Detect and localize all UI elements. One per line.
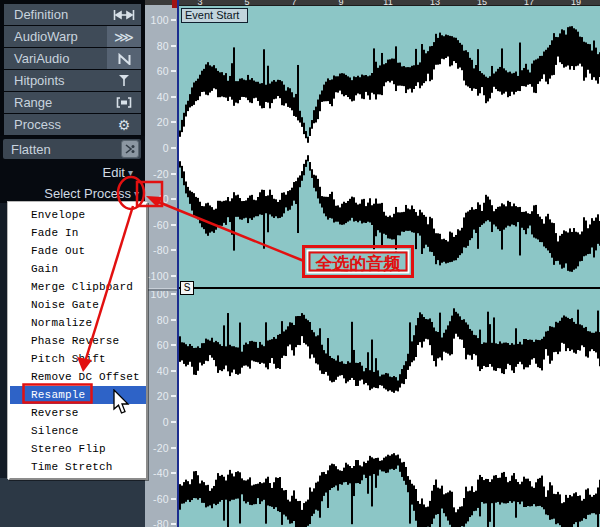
scale-tick-channel2: -40	[145, 467, 177, 479]
flatten-label: Flatten	[3, 142, 121, 157]
menu-item-fade-in[interactable]: Fade In	[10, 224, 146, 242]
scale-tick-channel2: 40	[145, 365, 177, 377]
amplitude-scale[interactable]: 100806040200-20-40-60-80-100100806040200…	[145, 5, 177, 527]
sidebar-lower-panel	[0, 478, 145, 527]
snap-point-marker[interactable]: S	[180, 281, 194, 295]
sidebar-item-audiowarp[interactable]: AudioWarp⋙	[4, 26, 141, 47]
scale-tick-channel1: 100	[145, 14, 177, 26]
ruler-label: 9	[338, 0, 343, 7]
sidebar-item-label: Range	[4, 95, 107, 110]
process-gear-icon[interactable]: ⚙	[107, 114, 141, 135]
sidebar-item-label: VariAudio	[4, 51, 107, 66]
scale-channel-divider	[145, 288, 177, 291]
scale-tick-channel2: -20	[145, 442, 177, 454]
ruler-label: 3	[197, 0, 202, 7]
scale-tick-channel2: 20	[145, 390, 177, 402]
edit-dropdown-label: Edit	[103, 165, 125, 180]
audiowarp-icon[interactable]: ⋙	[107, 26, 141, 47]
scale-tick-channel2: 0	[145, 416, 177, 428]
menu-item-time-stretch[interactable]: Time Stretch	[10, 458, 146, 476]
sidebar-item-label: Definition	[4, 7, 107, 22]
ruler-label: 15	[477, 0, 487, 7]
flatten-icon[interactable]	[121, 140, 139, 158]
menu-item-envelope[interactable]: Envelope	[10, 206, 146, 224]
process-tab-panel: Flatten Edit ▾ Select Process ▾	[0, 136, 145, 203]
ruler-label: 7	[291, 0, 296, 7]
sidebar-item-label: Hitpoints	[4, 73, 107, 88]
scale-tick-channel1: 0	[145, 142, 177, 154]
menu-item-noise-gate[interactable]: Noise Gate	[10, 296, 146, 314]
sample-editor-window: 35791113151719 Event Start S 10080604020…	[0, 0, 600, 527]
menu-item-phase-reverse[interactable]: Phase Reverse	[10, 332, 146, 350]
scale-tick-channel1: -40	[145, 193, 177, 205]
ruler-label: 19	[571, 0, 581, 7]
menu-item-gain[interactable]: Gain	[10, 260, 146, 278]
scale-tick-channel2: -80	[145, 518, 177, 527]
waveform-canvas: 35791113151719	[179, 0, 600, 527]
process-context-menu: EnvelopeFade InFade OutGainMerge Clipboa…	[8, 202, 148, 480]
menu-item-fade-out[interactable]: Fade Out	[10, 242, 146, 260]
menu-item-silence[interactable]: Silence	[10, 422, 146, 440]
definition-icon[interactable]	[107, 4, 141, 25]
hitpoints-icon[interactable]	[107, 70, 141, 91]
flatten-button[interactable]: Flatten	[3, 139, 141, 159]
ruler-label: 17	[524, 0, 534, 7]
scale-tick-channel1: -20	[145, 168, 177, 180]
ruler-label: 5	[244, 0, 249, 7]
sidebar-item-process[interactable]: Process⚙	[4, 114, 141, 135]
edit-dropdown[interactable]: Edit ▾	[103, 163, 133, 181]
menu-item-normalize[interactable]: Normalize	[10, 314, 146, 332]
menu-item-pitch-shift[interactable]: Pitch Shift	[10, 350, 146, 368]
scale-tick-channel1: 40	[145, 91, 177, 103]
scale-tick-channel2: 80	[145, 314, 177, 326]
sidebar-item-label: AudioWarp	[4, 29, 107, 44]
menu-item-stereo-flip[interactable]: Stereo Flip	[10, 440, 146, 458]
sidebar-item-label: Process	[4, 117, 107, 132]
ruler-label: 13	[430, 0, 440, 7]
sidebar-item-hitpoints[interactable]: Hitpoints	[4, 70, 141, 91]
variaudio-icon[interactable]	[107, 48, 141, 69]
select-process-label: Select Process	[44, 186, 131, 201]
chevron-down-icon: ▾	[128, 167, 133, 178]
sidebar-item-range[interactable]: Range	[4, 92, 141, 113]
scale-tick-channel1: -80	[145, 244, 177, 256]
scale-tick-channel1: 20	[145, 116, 177, 128]
chevron-down-icon: ▾	[134, 188, 139, 199]
range-icon[interactable]	[107, 92, 141, 113]
ruler-label: 11	[383, 0, 392, 7]
select-process-dropdown[interactable]: Select Process ▾	[44, 184, 139, 202]
scale-tick-channel1: 80	[145, 40, 177, 52]
scale-tick-channel1: -60	[145, 219, 177, 231]
sidebar-item-definition[interactable]: Definition	[4, 4, 141, 25]
menu-item-merge-clipboard[interactable]: Merge Clipboard	[10, 278, 146, 296]
waveform-display[interactable]: 35791113151719 Event Start S	[177, 0, 600, 527]
scale-tick-channel2: 60	[145, 339, 177, 351]
scale-tick-channel2: -60	[145, 493, 177, 505]
menu-item-remove-dc-offset[interactable]: Remove DC Offset	[10, 368, 146, 386]
event-start-label: Event Start	[181, 8, 248, 23]
mouse-cursor-icon	[112, 389, 131, 420]
scale-tick-channel1: -100	[145, 270, 177, 282]
scale-tick-channel1: 60	[145, 65, 177, 77]
sidebar-item-variaudio[interactable]: VariAudio	[4, 48, 141, 69]
